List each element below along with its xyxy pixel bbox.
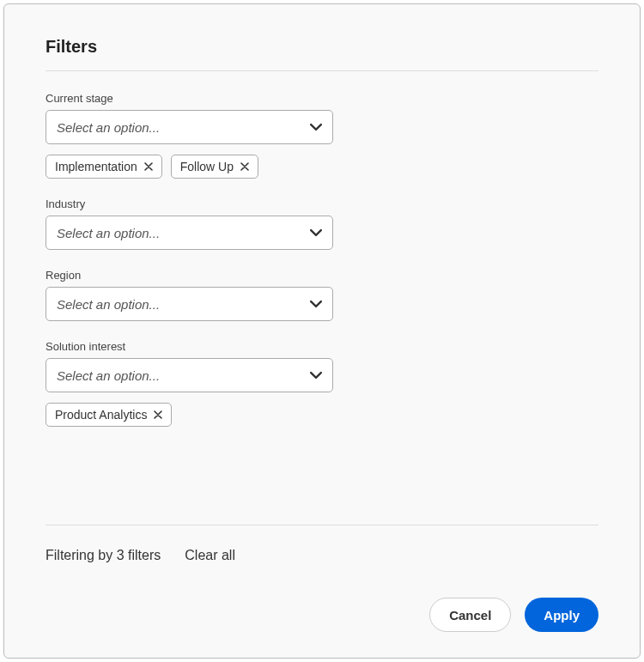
tag-label: Product Analytics <box>55 408 147 422</box>
industry-label: Industry <box>46 197 598 210</box>
apply-button[interactable]: Apply <box>525 598 598 632</box>
select-placeholder: Select an option... <box>57 297 160 312</box>
close-icon[interactable] <box>240 162 249 171</box>
filters-dialog: Filters Current stage Select an option..… <box>3 3 641 659</box>
region-select[interactable]: Select an option... <box>46 287 333 321</box>
solution-interest-label: Solution interest <box>46 340 598 353</box>
chevron-down-icon <box>310 369 322 381</box>
current-stage-label: Current stage <box>46 92 598 105</box>
tag-implementation: Implementation <box>46 155 162 179</box>
industry-select[interactable]: Select an option... <box>46 216 333 250</box>
filters-body: Current stage Select an option... Implem… <box>46 71 598 525</box>
filter-group-industry: Industry Select an option... <box>46 197 598 250</box>
cancel-button[interactable]: Cancel <box>429 598 511 632</box>
current-stage-tags: Implementation Follow Up <box>46 155 598 179</box>
current-stage-select[interactable]: Select an option... <box>46 110 333 144</box>
footer-summary: Filtering by 3 filters Clear all <box>46 525 598 563</box>
close-icon[interactable] <box>144 162 153 171</box>
filter-group-region: Region Select an option... <box>46 269 598 321</box>
chevron-down-icon <box>310 227 322 239</box>
solution-interest-select[interactable]: Select an option... <box>46 358 333 392</box>
solution-interest-tags: Product Analytics <box>46 403 598 427</box>
filter-count-text: Filtering by 3 filters <box>46 548 161 563</box>
tag-product-analytics: Product Analytics <box>46 403 172 427</box>
clear-all-link[interactable]: Clear all <box>185 548 235 563</box>
tag-label: Follow Up <box>180 160 234 173</box>
select-placeholder: Select an option... <box>57 120 160 135</box>
select-placeholder: Select an option... <box>57 226 160 240</box>
tag-follow-up: Follow Up <box>171 155 258 179</box>
filter-group-current-stage: Current stage Select an option... Implem… <box>46 92 598 179</box>
chevron-down-icon <box>310 121 322 133</box>
select-placeholder: Select an option... <box>57 368 160 383</box>
region-label: Region <box>46 269 598 282</box>
tag-label: Implementation <box>55 160 137 173</box>
dialog-title: Filters <box>46 37 598 57</box>
filter-group-solution-interest: Solution interest Select an option... Pr… <box>46 340 598 427</box>
dialog-actions: Cancel Apply <box>46 563 598 632</box>
chevron-down-icon <box>310 298 322 310</box>
close-icon[interactable] <box>154 410 162 419</box>
